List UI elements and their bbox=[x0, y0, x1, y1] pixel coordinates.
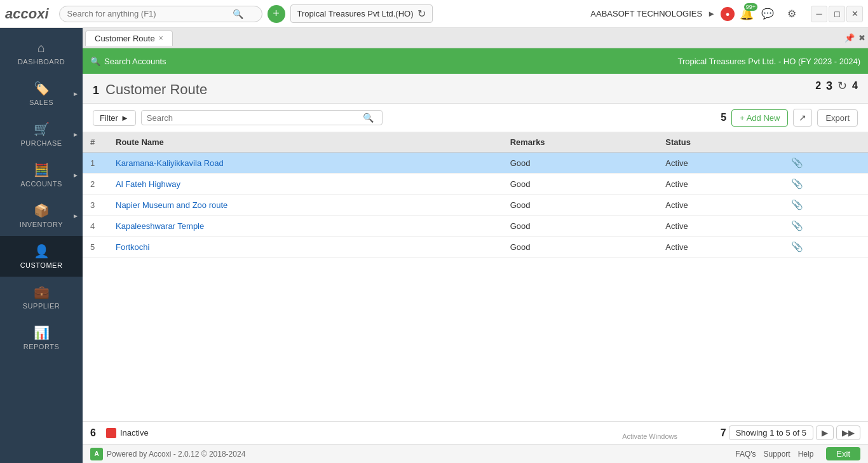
row-remarks: Good bbox=[503, 174, 658, 195]
tab-close-icon[interactable]: × bbox=[159, 34, 163, 43]
filter-search-icon: 🔍 bbox=[363, 113, 374, 123]
attach-icon[interactable]: 📎 bbox=[791, 199, 803, 210]
exit-label: Exit bbox=[836, 449, 850, 459]
row-remarks: Good bbox=[503, 153, 658, 174]
attach-icon[interactable]: 📎 bbox=[791, 241, 803, 252]
tab-bar: Customer Route × 📌 ✖ bbox=[83, 28, 868, 48]
filter-label: Filter bbox=[100, 113, 118, 123]
company-name: Tropical Treasures Pvt Ltd.(HO) bbox=[297, 9, 414, 18]
pagination-last-button[interactable]: ▶▶ bbox=[836, 425, 860, 440]
attach-icon[interactable]: 📎 bbox=[791, 178, 803, 189]
page-refresh-icon[interactable]: ↻ bbox=[837, 79, 847, 93]
row-route-name[interactable]: Al Fateh Highway bbox=[108, 174, 503, 195]
sidebar-item-accounts[interactable]: 🧮 ACCOUNTS ► bbox=[0, 155, 83, 195]
powered-by-label: Powered by Accoxi - 2.0.12 © 2018-2024 bbox=[107, 450, 245, 459]
help-link[interactable]: Help bbox=[798, 450, 814, 459]
header-actions: 2 3 ↻ 4 bbox=[815, 79, 858, 93]
global-search[interactable]: 🔍 bbox=[59, 6, 262, 22]
row-attach[interactable]: 📎 bbox=[783, 153, 868, 174]
sales-arrow: ► bbox=[72, 90, 79, 97]
bottom-bar: A Powered by Accoxi - 2.0.12 © 2018-2024… bbox=[83, 444, 868, 463]
export-button[interactable]: Export bbox=[817, 109, 858, 127]
support-link[interactable]: Support bbox=[764, 450, 790, 459]
sidebar-item-customer[interactable]: 👤 CUSTOMER bbox=[0, 236, 83, 277]
add-button[interactable]: + bbox=[268, 5, 285, 23]
company-selector[interactable]: Tropical Treasures Pvt Ltd.(HO) ↻ bbox=[290, 4, 433, 23]
sidebar-item-reports[interactable]: 📊 REPORTS bbox=[0, 317, 83, 358]
filter-button[interactable]: Filter ► bbox=[93, 110, 136, 126]
supplier-icon: 💼 bbox=[34, 284, 50, 300]
notification-badge[interactable]: 🔔 99+ bbox=[740, 7, 754, 21]
maximize-button[interactable]: ◻ bbox=[829, 6, 845, 22]
table-row[interactable]: 2 Al Fateh Highway Good Active 📎 bbox=[83, 174, 868, 195]
table-row[interactable]: 1 Karamana-Kaliyikkavila Road Good Activ… bbox=[83, 153, 868, 174]
row-status: Active bbox=[658, 237, 783, 258]
badge-count: 99+ bbox=[744, 3, 757, 11]
window-controls: ─ ◻ ✕ bbox=[811, 6, 863, 22]
table-row[interactable]: 3 Napier Museum and Zoo route Good Activ… bbox=[83, 195, 868, 216]
pagination-next-button[interactable]: ▶ bbox=[816, 425, 834, 440]
pagination: 7 Showing 1 to 5 of 5 ▶ ▶▶ bbox=[721, 425, 860, 440]
accounts-icon: 🧮 bbox=[34, 162, 50, 177]
accounts-arrow: ► bbox=[72, 172, 79, 179]
page-header: 1 Customer Route 2 3 ↻ 4 bbox=[83, 74, 868, 104]
row-attach[interactable]: 📎 bbox=[783, 195, 868, 216]
app-logo: accoxi bbox=[5, 6, 49, 22]
filter-search[interactable]: 🔍 bbox=[141, 110, 383, 125]
row-route-name[interactable]: Karamana-Kaliyikkavila Road bbox=[108, 153, 503, 174]
main-layout: ⌂ DASHBOARD 🏷️ SALES ► 🛒 PURCHASE ► 🧮 AC… bbox=[0, 28, 868, 463]
accoxi-logo-small: A bbox=[90, 448, 103, 460]
row-route-name[interactable]: Fortkochi bbox=[108, 237, 503, 258]
close-button[interactable]: ✕ bbox=[846, 6, 863, 22]
step3-label: 3 bbox=[826, 79, 832, 93]
search-input[interactable] bbox=[67, 9, 233, 18]
toolbar-right: 5 + Add New ↗ Export bbox=[721, 109, 858, 127]
dashboard-icon: ⌂ bbox=[37, 41, 45, 55]
row-attach[interactable]: 📎 bbox=[783, 237, 868, 258]
step1-label: 1 bbox=[93, 84, 99, 97]
settings-icon[interactable]: ⚙ bbox=[783, 5, 801, 23]
row-route-name[interactable]: Napier Museum and Zoo route bbox=[108, 195, 503, 216]
attach-icon[interactable]: 📎 bbox=[791, 157, 803, 168]
topbar-icons: 💬 ⚙ bbox=[759, 5, 801, 23]
row-attach[interactable]: 📎 bbox=[783, 174, 868, 195]
purchase-arrow: ► bbox=[72, 131, 79, 138]
sidebar-item-purchase[interactable]: 🛒 PURCHASE ► bbox=[0, 114, 83, 155]
faq-link[interactable]: FAQ's bbox=[735, 450, 756, 459]
search-accounts-label: Search Accounts bbox=[104, 57, 166, 66]
search-accounts-button[interactable]: 🔍 Search Accounts bbox=[90, 57, 166, 66]
export-link-icon: ↗ bbox=[799, 113, 806, 123]
filter-search-input[interactable] bbox=[147, 113, 363, 123]
topbar: accoxi 🔍 + Tropical Treasures Pvt Ltd.(H… bbox=[0, 0, 868, 28]
row-status: Active bbox=[658, 174, 783, 195]
row-status: Active bbox=[658, 216, 783, 237]
sidebar-item-supplier[interactable]: 💼 SUPPLIER bbox=[0, 277, 83, 317]
exit-button[interactable]: Exit bbox=[826, 447, 860, 460]
row-attach[interactable]: 📎 bbox=[783, 216, 868, 237]
attach-icon[interactable]: 📎 bbox=[791, 220, 803, 231]
footer: 6 Inactive 7 Showing 1 to 5 of 5 ▶ ▶▶ bbox=[83, 421, 868, 444]
sidebar-item-dashboard[interactable]: ⌂ DASHBOARD bbox=[0, 33, 83, 73]
powered-by: A Powered by Accoxi - 2.0.12 © 2018-2024 bbox=[90, 448, 245, 460]
refresh-icon[interactable]: ↻ bbox=[417, 8, 426, 20]
pin-icon[interactable]: 📌 bbox=[844, 33, 855, 43]
table-row[interactable]: 4 Kapaleeshwarar Temple Good Active 📎 bbox=[83, 216, 868, 237]
topbar-right: AABASOFT TECHNOLOGIES ► ● 🔔 99+ 💬 ⚙ ─ ◻ … bbox=[590, 5, 863, 23]
chat-icon[interactable]: 💬 bbox=[759, 5, 776, 23]
add-new-button[interactable]: + Add New bbox=[731, 109, 788, 127]
add-new-label: + Add New bbox=[740, 113, 780, 123]
row-route-name[interactable]: Kapaleeshwarar Temple bbox=[108, 216, 503, 237]
search-accounts-icon: 🔍 bbox=[90, 57, 100, 66]
minimize-button[interactable]: ─ bbox=[811, 6, 827, 22]
export-icon-button[interactable]: ↗ bbox=[793, 109, 812, 127]
inventory-arrow: ► bbox=[72, 212, 79, 219]
row-num: 5 bbox=[83, 237, 108, 258]
user-avatar[interactable]: ● bbox=[721, 7, 735, 21]
sidebar-item-inventory[interactable]: 📦 INVENTORY ► bbox=[0, 195, 83, 236]
tab-label: Customer Route bbox=[95, 34, 155, 43]
tab-customer-route[interactable]: Customer Route × bbox=[85, 31, 173, 46]
tab-expand-icon[interactable]: ✖ bbox=[858, 33, 865, 43]
sidebar-item-sales[interactable]: 🏷️ SALES ► bbox=[0, 73, 83, 114]
row-num: 2 bbox=[83, 174, 108, 195]
table-row[interactable]: 5 Fortkochi Good Active 📎 bbox=[83, 237, 868, 258]
